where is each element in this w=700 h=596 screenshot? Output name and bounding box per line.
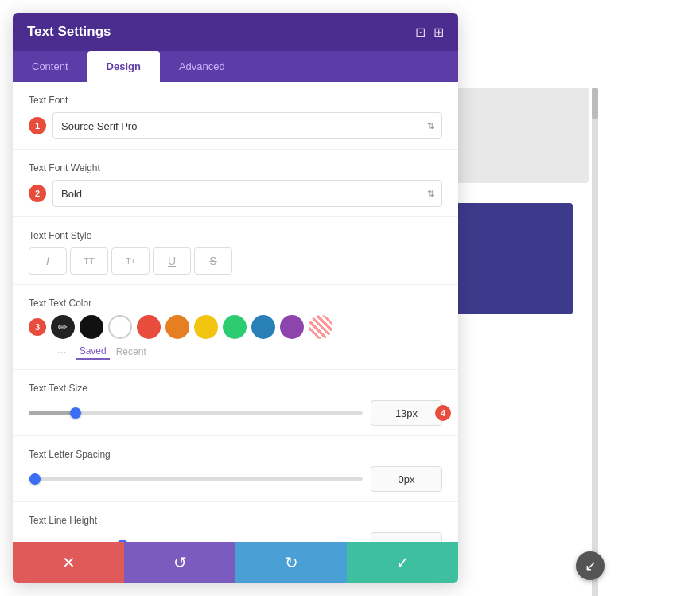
green-swatch[interactable]: [223, 315, 247, 339]
black-swatch[interactable]: [80, 315, 103, 339]
text-size-label: Text Text Size: [29, 383, 442, 394]
calendar-gray-block: [445, 88, 589, 183]
font-select-wrapper[interactable]: Source Serif Pro: [52, 112, 442, 139]
text-size-fill: [29, 411, 76, 415]
cancel-button[interactable]: ✕: [13, 542, 124, 583]
undo-button[interactable]: ↺: [124, 542, 235, 583]
tab-bar: Content Design Advanced: [13, 51, 458, 82]
font-weight-label: Text Font Weight: [29, 162, 442, 173]
text-size-value[interactable]: 13px 4: [371, 400, 442, 426]
layout-icon[interactable]: ⊞: [434, 25, 444, 40]
text-color-section: Text Text Color 3 ✏: [13, 285, 458, 370]
text-size-section: Text Text Size 13px 4: [13, 370, 458, 436]
scroll-track[interactable]: [592, 88, 598, 596]
tab-content[interactable]: Content: [13, 51, 88, 82]
panel-body: Text Font 1 Source Serif Pro Text Font W…: [13, 82, 458, 583]
fullscreen-icon[interactable]: ⊡: [415, 25, 426, 40]
font-weight-select-row: 2 Bold: [29, 180, 442, 207]
text-size-thumb[interactable]: [70, 407, 81, 419]
font-style-section: Text Font Style I TT TT U S: [13, 217, 458, 285]
letter-spacing-thumb[interactable]: [29, 473, 41, 485]
color-tabs-row: ··· Saved Recent: [29, 344, 442, 360]
red-swatch[interactable]: [137, 315, 161, 339]
more-dots-icon[interactable]: ···: [57, 345, 67, 358]
font-style-label: Text Font Style: [29, 230, 442, 241]
saved-tab[interactable]: Saved: [76, 344, 110, 360]
settings-panel: Text Settings ⊡ ⊞ Content Design Advance…: [13, 13, 458, 583]
letter-spacing-section: Text Letter Spacing 0px: [13, 436, 458, 502]
calendar-purple-block: [453, 203, 573, 314]
panel-header: Text Settings ⊡ ⊞: [13, 13, 458, 51]
tab-design[interactable]: Design: [88, 51, 160, 82]
font-badge: 1: [29, 117, 46, 134]
panel-header-icons: ⊡ ⊞: [415, 25, 444, 40]
font-weight-badge: 2: [29, 185, 46, 202]
yellow-swatch[interactable]: [194, 315, 218, 339]
font-label: Text Font: [29, 95, 442, 106]
letter-spacing-label: Text Letter Spacing: [29, 449, 442, 460]
no-color-swatch[interactable]: [309, 315, 332, 339]
letter-spacing-track[interactable]: [29, 477, 363, 481]
italic-button[interactable]: I: [29, 247, 67, 275]
underline-button[interactable]: U: [153, 247, 191, 275]
letter-spacing-value[interactable]: 0px: [371, 466, 442, 492]
scroll-thumb[interactable]: [592, 88, 598, 119]
text-size-slider-row: 13px 4: [29, 400, 442, 426]
text-size-badge: 4: [435, 405, 451, 421]
purple-swatch[interactable]: [280, 315, 304, 339]
text-size-track[interactable]: [29, 411, 363, 415]
font-weight-select-wrapper[interactable]: Bold: [52, 180, 442, 207]
panel-title: Text Settings: [27, 24, 111, 40]
save-button[interactable]: ✓: [347, 542, 458, 583]
capitalize-button[interactable]: TT: [111, 247, 150, 275]
font-select[interactable]: Source Serif Pro: [52, 112, 442, 139]
text-color-badge: 3: [29, 318, 46, 336]
float-action-icon[interactable]: ↙: [576, 551, 605, 580]
color-swatches-row: 3 ✏: [29, 315, 442, 339]
bottom-bar: ✕ ↺ ↻ ✓: [13, 542, 458, 583]
font-weight-select[interactable]: Bold: [52, 180, 442, 207]
blue-swatch[interactable]: [251, 315, 275, 339]
text-color-label: Text Text Color: [29, 298, 442, 309]
recent-tab[interactable]: Recent: [113, 345, 150, 359]
font-section: Text Font 1 Source Serif Pro: [13, 82, 458, 150]
line-height-label: Text Line Height: [29, 515, 442, 526]
font-select-row: 1 Source Serif Pro: [29, 112, 442, 139]
font-weight-section: Text Font Weight 2 Bold: [13, 150, 458, 217]
letter-spacing-slider-row: 0px: [29, 466, 442, 492]
eyedropper-swatch[interactable]: ✏: [51, 315, 75, 339]
strikethrough-button[interactable]: S: [194, 247, 232, 275]
tab-advanced[interactable]: Advanced: [160, 51, 244, 82]
uppercase-button[interactable]: TT: [70, 247, 108, 275]
orange-swatch[interactable]: [165, 315, 189, 339]
style-buttons: I TT TT U S: [29, 247, 442, 275]
white-swatch[interactable]: [108, 315, 132, 339]
redo-button[interactable]: ↻: [235, 542, 347, 583]
